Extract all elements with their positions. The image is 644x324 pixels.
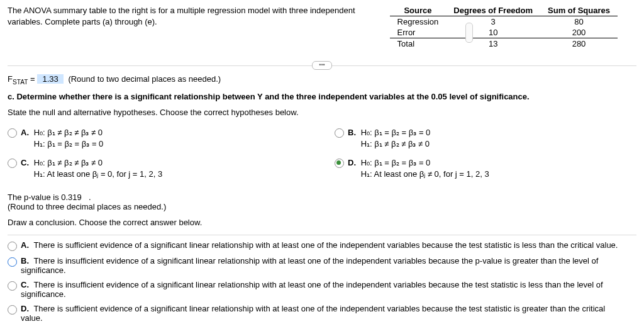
- fstat-label: FSTAT =: [8, 74, 37, 84]
- pvalue-prefix: The p-value is: [8, 193, 61, 202]
- anova-table: Source Degrees of Freedom Sum of Squares…: [390, 5, 618, 49]
- option-text: There is sufficient evidence of a signif…: [21, 304, 605, 323]
- anova-header-source: Source: [390, 5, 447, 16]
- conclusion-option-b[interactable]: B. There is insufficient evidence of a s…: [8, 256, 636, 275]
- radio-icon[interactable]: [8, 242, 17, 251]
- option-lead: A.: [21, 128, 29, 137]
- anova-cell: Regression: [390, 16, 447, 28]
- option-text: There is insufficient evidence of a sign…: [21, 280, 603, 299]
- table-row: Total 13 280: [390, 38, 618, 50]
- radio-icon[interactable]: [8, 281, 17, 291]
- anova-cell: Error: [390, 27, 447, 38]
- state-hypotheses-prompt: State the null and alternative hypothese…: [8, 108, 636, 117]
- option-lead: D.: [21, 304, 29, 313]
- hypothesis-option-a[interactable]: A. H₀: β₁ ≠ β₂ ≠ β₃ ≠ 0 A. H₁: β₁ = β₂ =…: [8, 127, 309, 150]
- fstat-line: FSTAT = 1.33 (Round to two decimal place…: [8, 74, 636, 86]
- option-h0: H₀: β₁ = β₂ = β₃ = 0: [361, 158, 431, 167]
- option-h1: H₁: β₁ ≠ β₂ ≠ β₃ ≠ 0: [361, 139, 430, 148]
- radio-icon[interactable]: [335, 159, 344, 168]
- option-text: There is insufficient evidence of a sign…: [21, 256, 598, 275]
- option-lead: C.: [21, 158, 29, 167]
- radio-icon[interactable]: [8, 159, 17, 168]
- anova-cell: 13: [446, 38, 540, 50]
- radio-icon[interactable]: [8, 305, 17, 315]
- anova-cell: 3: [446, 16, 540, 28]
- pvalue-suffix: .: [89, 193, 91, 202]
- anova-header-df: Degrees of Freedom: [446, 5, 540, 16]
- conclusion-option-c[interactable]: C. There is insufficient evidence of a s…: [8, 280, 636, 299]
- part-c-prompt: c. Determine whether there is a signific…: [8, 92, 636, 101]
- conclusion-option-d[interactable]: D. There is sufficient evidence of a sig…: [8, 304, 636, 323]
- ellipsis-icon[interactable]: •••: [312, 61, 332, 70]
- conclusion-prompt: Draw a conclusion. Choose the correct an…: [8, 218, 636, 227]
- anova-cell: Total: [390, 38, 447, 50]
- option-h1: H₁: At least one βⱼ ≠ 0, for j = 1, 2, 3: [361, 169, 489, 179]
- option-lead: B.: [21, 256, 29, 265]
- table-row: Regression 3 80: [390, 16, 618, 28]
- option-h0: H₀: β₁ = β₂ = β₃ = 0: [361, 128, 431, 137]
- panel-resize-handle[interactable]: [465, 23, 473, 43]
- section-divider: •••: [8, 63, 636, 68]
- hypothesis-option-d[interactable]: D. H₀: β₁ = β₂ = β₃ = 0 D. H₁: At least …: [335, 157, 636, 180]
- fstat-input[interactable]: 1.33: [37, 74, 64, 84]
- option-lead: B.: [348, 128, 356, 137]
- anova-cell: 10: [446, 27, 540, 38]
- pvalue-input[interactable]: 0.319: [61, 193, 86, 202]
- option-text: There is sufficient evidence of a signif…: [33, 240, 618, 250]
- anova-cell: 80: [540, 16, 618, 28]
- hypothesis-option-b[interactable]: B. H₀: β₁ = β₂ = β₃ = 0 B. H₁: β₁ ≠ β₂ ≠…: [335, 127, 636, 150]
- radio-icon[interactable]: [8, 257, 17, 267]
- option-h0: H₀: β₁ ≠ β₂ ≠ β₃ ≠ 0: [34, 158, 103, 167]
- fstat-hint: (Round to two decimal places as needed.): [68, 74, 221, 84]
- option-h1: H₁: At least one βⱼ = 0, for j = 1, 2, 3: [34, 169, 163, 179]
- anova-cell: 280: [540, 38, 618, 50]
- option-h0: H₀: β₁ ≠ β₂ ≠ β₃ ≠ 0: [34, 128, 103, 137]
- anova-cell: 200: [540, 27, 618, 38]
- option-lead: C.: [21, 280, 29, 289]
- hypothesis-option-c[interactable]: C. H₀: β₁ ≠ β₂ ≠ β₃ ≠ 0 C. H₁: At least …: [8, 157, 309, 180]
- option-lead: D.: [348, 158, 356, 167]
- conclusion-option-a[interactable]: A. There is sufficient evidence of a sig…: [8, 240, 636, 251]
- radio-icon[interactable]: [8, 128, 17, 138]
- pvalue-hint: (Round to three decimal places as needed…: [8, 202, 166, 211]
- option-h1: H₁: β₁ = β₂ = β₃ = 0: [34, 139, 104, 148]
- anova-header-ss: Sum of Squares: [540, 5, 618, 16]
- radio-icon[interactable]: [335, 128, 344, 138]
- problem-intro: The ANOVA summary table to the right is …: [8, 5, 390, 27]
- table-row: Error 10 200: [390, 27, 618, 38]
- section-divider: [8, 235, 636, 235]
- option-lead: A.: [21, 240, 29, 250]
